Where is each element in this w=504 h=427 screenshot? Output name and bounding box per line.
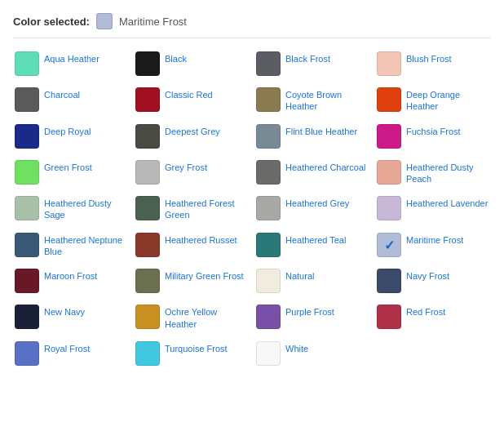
color-item-black[interactable]: Black (134, 50, 250, 78)
color-item-heathered-neptune-blue[interactable]: Heathered Neptune Blue (13, 231, 129, 260)
color-name-heathered-dusty-sage: Heathered Dusty Sage (44, 196, 127, 221)
swatch-navy-frost (377, 269, 401, 293)
swatch-wrap-heathered-lavender (377, 196, 401, 220)
color-name-blush-frost: Blush Frost (406, 51, 452, 64)
color-item-white[interactable]: White (254, 340, 370, 367)
color-item-charcoal[interactable]: Charcoal (13, 86, 129, 114)
swatch-flint-blue-heather (256, 124, 281, 149)
swatch-wrap-charcoal (15, 87, 39, 112)
swatch-wrap-turquoise-frost (135, 341, 160, 366)
swatch-wrap-aqua-heather (15, 51, 39, 76)
color-item-navy-frost[interactable]: Navy Frost (375, 267, 491, 295)
color-item-red-frost[interactable]: Red Frost (375, 303, 491, 331)
swatch-check-maritime-frost: ✓ (384, 237, 395, 252)
color-item-heathered-teal[interactable]: Heathered Teal (254, 231, 370, 260)
color-name-royal-frost: Royal Frost (44, 341, 90, 354)
swatch-wrap-green-frost (15, 160, 39, 185)
swatch-red-frost (377, 305, 401, 329)
swatch-wrap-navy-frost (377, 269, 401, 293)
swatch-black (135, 51, 160, 76)
color-name-black-frost: Black Frost (285, 51, 330, 64)
swatch-wrap-maroon-frost (15, 269, 39, 293)
color-item-black-frost[interactable]: Black Frost (254, 50, 370, 78)
color-name-deep-orange-heather: Deep Orange Heather (406, 87, 489, 113)
color-name-white: White (285, 341, 308, 354)
swatch-aqua-heather (15, 51, 39, 76)
swatch-wrap-heathered-neptune-blue (15, 233, 39, 257)
swatch-deepest-grey (135, 124, 160, 149)
color-name-heathered-dusty-peach: Heathered Dusty Peach (406, 160, 489, 185)
color-item-blush-frost[interactable]: Blush Frost (375, 50, 491, 78)
color-item-classic-red[interactable]: Classic Red (134, 86, 250, 114)
color-item-maroon-frost[interactable]: Maroon Frost (13, 267, 129, 295)
color-item-fuchsia-frost[interactable]: Fuchsia Frost (375, 122, 491, 150)
swatch-wrap-natural (256, 269, 281, 293)
color-name-red-frost: Red Frost (406, 305, 445, 318)
color-item-heathered-lavender[interactable]: Heathered Lavender (375, 194, 491, 223)
swatch-wrap-heathered-forest-green (135, 196, 160, 220)
color-name-grey-frost: Grey Frost (165, 160, 207, 173)
swatch-royal-frost (15, 341, 39, 366)
color-item-new-navy[interactable]: New Navy (13, 303, 129, 331)
color-name-heathered-neptune-blue: Heathered Neptune Blue (44, 233, 127, 258)
color-item-ochre-yellow-heather[interactable]: Ochre Yellow Heather (134, 303, 250, 331)
color-name-maritime-frost: Maritime Frost (406, 233, 463, 246)
color-item-deepest-grey[interactable]: Deepest Grey (134, 122, 250, 150)
color-item-flint-blue-heather[interactable]: Flint Blue Heather (254, 122, 370, 150)
swatch-heathered-lavender (377, 196, 401, 220)
swatch-wrap-black (135, 51, 160, 76)
color-name-heathered-forest-green: Heathered Forest Green (165, 196, 248, 221)
swatch-wrap-grey-frost (135, 160, 160, 185)
swatch-wrap-ochre-yellow-heather (135, 305, 160, 329)
swatch-wrap-heathered-russet (135, 233, 160, 257)
color-item-deep-orange-heather[interactable]: Deep Orange Heather (375, 86, 491, 114)
color-item-heathered-forest-green[interactable]: Heathered Forest Green (134, 194, 250, 223)
color-item-maritime-frost[interactable]: ✓Maritime Frost (375, 231, 491, 260)
swatch-grey-frost (135, 160, 160, 185)
swatch-heathered-neptune-blue (15, 233, 39, 257)
color-name-ochre-yellow-heather: Ochre Yellow Heather (165, 305, 248, 330)
swatch-wrap-coyote-brown-heather (256, 87, 281, 112)
swatch-wrap-maritime-frost: ✓ (377, 233, 401, 257)
swatch-green-frost (15, 160, 39, 185)
color-item-heathered-dusty-peach[interactable]: Heathered Dusty Peach (375, 158, 491, 187)
swatch-wrap-royal-frost (15, 341, 39, 366)
selected-color-swatch (96, 13, 113, 29)
color-name-new-navy: New Navy (44, 305, 85, 318)
color-item-coyote-brown-heather[interactable]: Coyote Brown Heather (254, 86, 370, 114)
color-item-heathered-grey[interactable]: Heathered Grey (254, 194, 370, 223)
color-item-turquoise-frost[interactable]: Turquoise Frost (134, 340, 250, 367)
color-item-heathered-charcoal[interactable]: Heathered Charcoal (254, 158, 370, 187)
color-name-deep-royal: Deep Royal (44, 124, 91, 137)
color-item-heathered-russet[interactable]: Heathered Russet (134, 231, 250, 260)
swatch-wrap-heathered-grey (256, 196, 281, 220)
swatch-heathered-dusty-sage (15, 196, 39, 220)
swatch-wrap-purple-frost (256, 305, 281, 329)
color-name-heathered-charcoal: Heathered Charcoal (285, 160, 365, 173)
swatch-wrap-white (256, 341, 281, 366)
swatch-wrap-heathered-charcoal (256, 160, 281, 185)
color-grid: Aqua HeatherBlackBlack FrostBlush FrostC… (13, 50, 491, 367)
color-name-natural: Natural (285, 269, 314, 282)
swatch-purple-frost (256, 305, 281, 329)
color-name-heathered-russet: Heathered Russet (165, 233, 237, 246)
color-name-deepest-grey: Deepest Grey (165, 124, 220, 137)
color-item-deep-royal[interactable]: Deep Royal (13, 122, 129, 150)
swatch-military-green-frost (135, 269, 160, 293)
color-name-green-frost: Green Frost (44, 160, 92, 173)
color-name-navy-frost: Navy Frost (406, 269, 449, 282)
color-item-grey-frost[interactable]: Grey Frost (134, 158, 250, 187)
swatch-wrap-heathered-teal (256, 233, 281, 257)
color-name-purple-frost: Purple Frost (285, 305, 334, 318)
color-name-black: Black (165, 51, 187, 64)
color-item-natural[interactable]: Natural (254, 267, 370, 295)
swatch-wrap-heathered-dusty-sage (15, 196, 39, 220)
swatch-wrap-blush-frost (377, 51, 401, 76)
color-item-aqua-heather[interactable]: Aqua Heather (13, 50, 129, 78)
color-item-purple-frost[interactable]: Purple Frost (254, 303, 370, 331)
color-item-royal-frost[interactable]: Royal Frost (13, 340, 129, 367)
color-name-flint-blue-heather: Flint Blue Heather (285, 124, 357, 137)
color-item-heathered-dusty-sage[interactable]: Heathered Dusty Sage (13, 194, 129, 223)
color-item-military-green-frost[interactable]: Military Green Frost (134, 267, 250, 295)
color-item-green-frost[interactable]: Green Frost (13, 158, 129, 187)
